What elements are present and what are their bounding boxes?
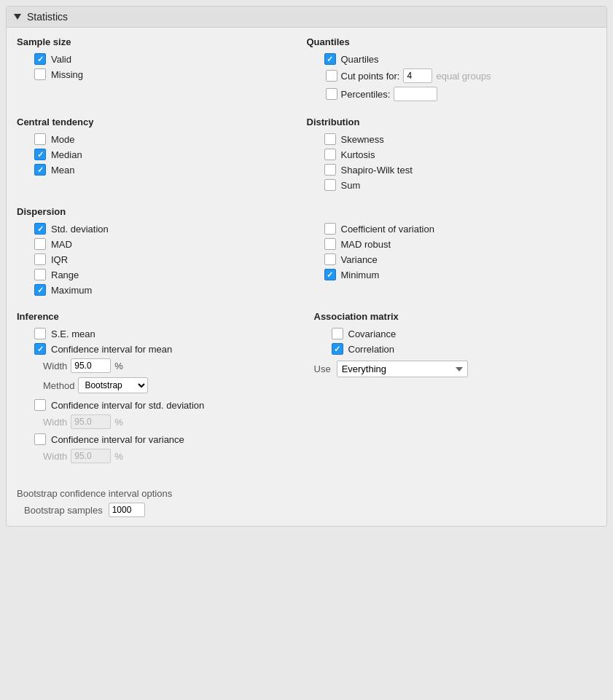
bootstrap-samples-input[interactable] (109, 503, 145, 517)
percentiles-input[interactable] (394, 87, 437, 101)
mean-label: Mean (51, 165, 75, 176)
ci-var-percent-label: % (114, 451, 123, 462)
valid-checkbox[interactable] (34, 53, 46, 65)
cutpoints-input[interactable] (403, 68, 432, 83)
method-dropdown[interactable]: Bootstrap Normal t-distribution (78, 377, 148, 393)
se-mean-label: S.E. mean (51, 329, 95, 339)
ci-mean-width-label: Width (43, 361, 67, 371)
sum-checkbox[interactable] (324, 179, 336, 191)
range-label: Range (51, 270, 79, 280)
range-checkbox[interactable] (34, 269, 46, 280)
ci-std-label: Confidence interval for std. deviation (51, 400, 204, 411)
collapse-icon[interactable] (14, 14, 21, 20)
shapiro-checkbox[interactable] (324, 164, 336, 176)
ci-var-width-input (71, 449, 111, 463)
ci-mean-row: Confidence interval for mean (34, 343, 300, 355)
percentiles-checkbox[interactable] (326, 88, 337, 100)
correlation-checkbox[interactable] (332, 343, 343, 355)
equal-groups-label: equal groups (436, 71, 491, 82)
ci-std-row: Confidence interval for std. deviation (34, 399, 300, 411)
ci-std-checkbox[interactable] (34, 399, 46, 411)
coeff-variation-checkbox[interactable] (324, 223, 336, 235)
skewness-checkbox[interactable] (324, 133, 336, 145)
sum-label: Sum (341, 180, 361, 191)
valid-row: Valid (34, 53, 307, 65)
mad-checkbox[interactable] (34, 238, 46, 250)
mean-checkbox[interactable] (34, 164, 46, 176)
cutpoints-row: Cut points for: equal groups (326, 68, 597, 83)
missing-checkbox[interactable] (34, 68, 46, 80)
sample-size-section: Sample size Valid Missing (17, 36, 307, 105)
ci-std-width-label: Width (43, 417, 67, 428)
ci-mean-checkbox[interactable] (34, 343, 46, 355)
correlation-label: Correlation (348, 344, 395, 355)
maximum-row: Maximum (34, 284, 307, 296)
bootstrap-section: Bootstrap confidence interval options Bo… (17, 484, 596, 517)
mode-checkbox[interactable] (34, 133, 46, 145)
use-dropdown[interactable]: Everything Complete cases Pairwise compl… (337, 361, 468, 377)
use-label: Use (314, 363, 331, 374)
variance-row: Variance (324, 253, 597, 265)
ci-var-row: Confidence interval for variance (34, 433, 300, 445)
method-label: Method (43, 380, 74, 391)
iqr-checkbox[interactable] (34, 253, 46, 265)
bootstrap-samples-row: Bootstrap samples (24, 503, 596, 517)
ci-var-width-label: Width (43, 451, 67, 462)
method-row: Method Bootstrap Normal t-distribution (43, 377, 300, 393)
quartiles-checkbox[interactable] (324, 53, 336, 65)
minimum-checkbox[interactable] (324, 269, 336, 280)
median-checkbox[interactable] (34, 149, 46, 160)
se-mean-checkbox[interactable] (34, 328, 46, 339)
inference-title: Inference (17, 311, 300, 322)
se-mean-row: S.E. mean (34, 328, 300, 339)
dispersion-title: Dispersion (17, 206, 596, 217)
maximum-label: Maximum (51, 285, 92, 296)
ci-mean-width-input[interactable] (71, 358, 111, 373)
dispersion-section: Dispersion Std. deviation MAD IQR (17, 206, 596, 299)
statistics-panel: Statistics Sample size Valid Missing Qua… (6, 6, 607, 527)
variance-checkbox[interactable] (324, 253, 336, 265)
distribution-title: Distribution (307, 117, 597, 127)
percentiles-row: Percentiles: (326, 87, 597, 101)
median-label: Median (51, 149, 82, 160)
ci-std-width-row: Width % (43, 414, 300, 429)
coeff-variation-row: Coefficient of variation (324, 223, 597, 235)
stddev-checkbox[interactable] (34, 223, 46, 235)
central-tendency-section: Central tendency Mode Median Mean (17, 117, 307, 194)
minimum-label: Minimum (341, 270, 380, 280)
shapiro-row: Shapiro-Wilk test (324, 164, 597, 176)
coeff-variation-label: Coefficient of variation (341, 224, 434, 235)
quartiles-label: Quartiles (341, 54, 379, 65)
percentiles-label: Percentiles: (341, 89, 391, 100)
inference-section: Inference S.E. mean Confidence interval … (17, 311, 300, 468)
panel-body: Sample size Valid Missing Quantiles Quar… (7, 28, 606, 526)
dispersion-grid: Std. deviation MAD IQR Range (17, 223, 596, 299)
covariance-checkbox[interactable] (332, 328, 343, 339)
maximum-checkbox[interactable] (34, 284, 46, 296)
mean-row: Mean (34, 164, 307, 176)
variance-label: Variance (341, 254, 378, 265)
bootstrap-samples-label: Bootstrap samples (24, 505, 103, 516)
shapiro-label: Shapiro-Wilk test (341, 165, 413, 176)
quantiles-section: Quantiles Quartiles Cut points for: equa… (307, 36, 597, 105)
mad-robust-checkbox[interactable] (324, 238, 336, 250)
kurtosis-row: Kurtosis (324, 149, 597, 160)
ci-mean-width-row: Width % (43, 358, 300, 373)
ci-var-width-row: Width % (43, 449, 300, 463)
mode-row: Mode (34, 133, 307, 145)
central-tendency-title: Central tendency (17, 117, 307, 127)
ci-var-checkbox[interactable] (34, 433, 46, 445)
cutpoints-label: Cut points for: (341, 71, 400, 82)
dispersion-col-left: Std. deviation MAD IQR Range (17, 223, 307, 299)
bootstrap-title: Bootstrap confidence interval options (17, 488, 596, 499)
range-row: Range (34, 269, 307, 280)
association-matrix-title: Association matrix (314, 311, 597, 322)
cutpoints-checkbox[interactable] (326, 70, 337, 82)
quartiles-row: Quartiles (324, 53, 597, 65)
association-matrix-section: Association matrix Covariance Correlatio… (314, 311, 597, 468)
kurtosis-checkbox[interactable] (324, 149, 336, 160)
sample-size-title: Sample size (17, 36, 307, 47)
skewness-label: Skewness (341, 134, 384, 145)
correlation-row: Correlation (332, 343, 597, 355)
dispersion-col-right: Coefficient of variation MAD robust Vari… (307, 223, 597, 299)
